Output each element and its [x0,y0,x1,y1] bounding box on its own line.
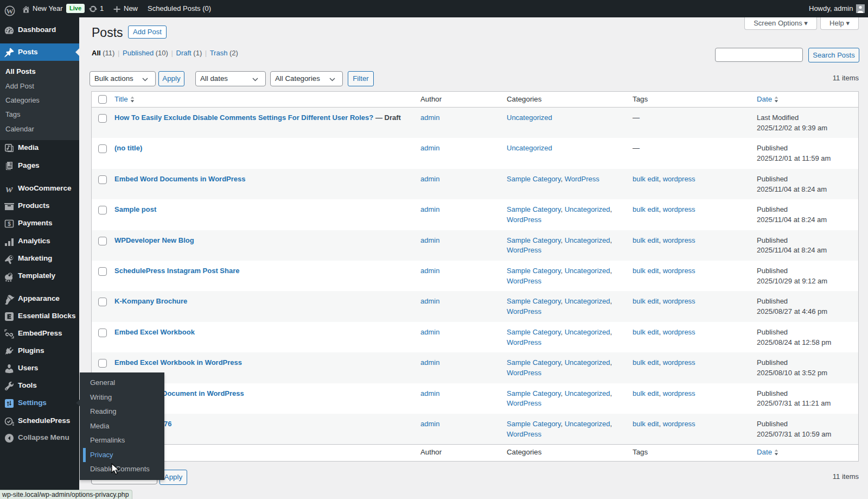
svg-text:$: $ [8,221,11,227]
svg-text:w: w [6,184,13,194]
svg-text:W: W [7,7,14,15]
